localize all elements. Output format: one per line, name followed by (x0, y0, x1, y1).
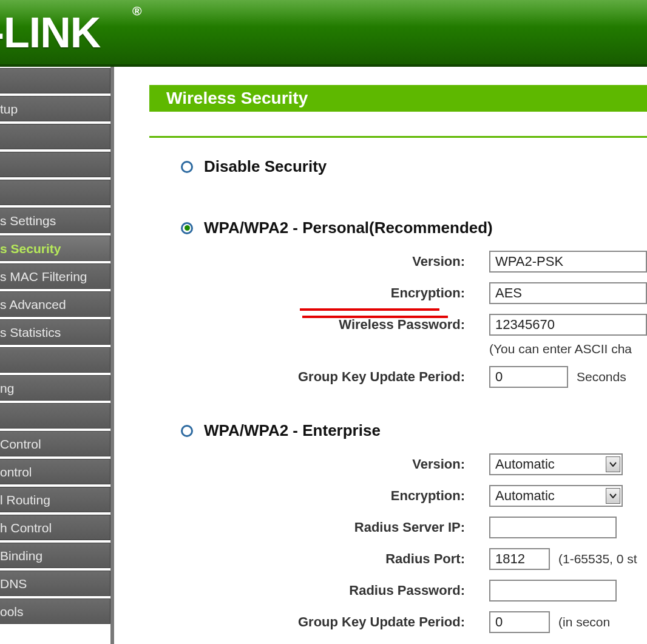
sidebar-item-label: Control (0, 432, 110, 456)
sidebar-item-8[interactable]: s Advanced (0, 291, 110, 317)
sidebar-item-7[interactable]: s MAC Filtering (0, 263, 110, 289)
main-content: Wireless Security Disable Security WPA/W… (114, 67, 647, 644)
option-enterprise-label: WPA/WPA2 - Enterprise (204, 421, 381, 440)
option-wpa-enterprise[interactable]: WPA/WPA2 - Enterprise (149, 421, 647, 440)
sidebar-item-label: s Statistics (0, 320, 110, 345)
sidebar-item-label: ontrol (0, 459, 110, 484)
select-ent-version-value: Automatic (495, 456, 555, 472)
sidebar-item-2 (0, 124, 110, 149)
label-version: Version: (149, 254, 489, 269)
sidebar-item-19[interactable]: ools (0, 598, 110, 624)
input-radius-password[interactable] (489, 580, 617, 602)
input-radius-ip[interactable] (489, 517, 617, 538)
label-ent-group-key: Group Key Update Period: (149, 614, 489, 630)
brand-reg: ® (132, 4, 141, 18)
sidebar-item-5[interactable]: s Settings (0, 208, 110, 233)
label-wireless-password: Wireless Password: (149, 317, 489, 333)
input-version[interactable] (489, 251, 647, 273)
unit-seconds: Seconds (577, 370, 626, 384)
label-radius-ip: Radius Server IP: (149, 520, 489, 535)
sidebar-item-16[interactable]: h Control (0, 515, 110, 540)
input-group-key[interactable] (489, 366, 568, 388)
option-personal-label: WPA/WPA2 - Personal(Recommended) (204, 219, 493, 237)
sidebar-item-label: h Control (0, 515, 110, 540)
sidebar-item-label: s MAC Filtering (0, 264, 110, 289)
sidebar: tups Settingss Securitys MAC Filterings … (0, 67, 114, 644)
label-radius-port: Radius Port: (149, 551, 489, 567)
main-layout: tups Settingss Securitys MAC Filterings … (0, 67, 647, 644)
enterprise-form: Version: Automatic Encryption: Automatic… (149, 453, 647, 633)
select-ent-encryption[interactable]: Automatic (489, 485, 623, 507)
sidebar-item-0 (0, 68, 110, 93)
option-disable-security[interactable]: Disable Security (149, 157, 647, 176)
divider (149, 136, 647, 138)
label-group-key: Group Key Update Period: (149, 369, 489, 385)
chevron-down-icon[interactable] (606, 456, 620, 472)
sidebar-item-4 (0, 180, 110, 205)
radio-disable[interactable] (181, 161, 193, 173)
sidebar-item-label: DNS (0, 571, 110, 596)
chevron-down-icon[interactable] (606, 488, 620, 504)
sidebar-item-label: s Settings (0, 208, 110, 233)
sidebar-item-17[interactable]: Binding (0, 543, 110, 568)
hint-radius-port: (1-65535, 0 st (558, 552, 637, 566)
radio-enterprise[interactable] (181, 425, 193, 437)
sidebar-item-label: ools (0, 599, 110, 624)
radio-personal[interactable] (181, 222, 193, 234)
input-ent-group-key[interactable] (489, 611, 550, 633)
sidebar-item-9[interactable]: s Statistics (0, 319, 110, 345)
label-ent-encryption: Encryption: (149, 488, 489, 504)
brand-logo: P-LINK (0, 8, 100, 57)
input-wireless-password[interactable] (489, 314, 647, 336)
page-title: Wireless Security (149, 85, 647, 112)
sidebar-item-12 (0, 403, 110, 429)
sidebar-item-15[interactable]: l Routing (0, 487, 110, 512)
label-radius-password: Radius Password: (149, 583, 489, 598)
sidebar-item-6[interactable]: s Security (0, 236, 110, 261)
sidebar-item-1[interactable]: tup (0, 96, 110, 121)
sidebar-item-10 (0, 347, 110, 373)
sidebar-item-11[interactable]: ng (0, 375, 110, 401)
select-ent-version[interactable]: Automatic (489, 453, 623, 475)
option-wpa-personal[interactable]: WPA/WPA2 - Personal(Recommended) (149, 219, 647, 237)
personal-form: Version: Encryption: Wireless Password: … (149, 251, 647, 388)
select-ent-encryption-value: Automatic (495, 488, 555, 504)
header-banner: P-LINK ® (0, 0, 647, 67)
hint-ent-gkey: (in secon (558, 615, 610, 629)
sidebar-item-label: s Security (0, 236, 110, 261)
sidebar-item-label: Binding (0, 543, 110, 568)
label-encryption: Encryption: (149, 285, 489, 301)
sidebar-item-3 (0, 152, 110, 177)
sidebar-item-14[interactable]: ontrol (0, 459, 110, 484)
sidebar-item-18[interactable]: DNS (0, 571, 110, 596)
sidebar-item-13[interactable]: Control (0, 431, 110, 456)
sidebar-item-label: l Routing (0, 487, 110, 512)
sidebar-item-label: tup (0, 97, 110, 121)
sidebar-item-label: s Advanced (0, 292, 110, 317)
input-radius-port[interactable] (489, 548, 550, 570)
label-ent-version: Version: (149, 456, 489, 472)
input-encryption[interactable] (489, 282, 647, 304)
option-disable-label: Disable Security (204, 157, 327, 176)
hint-password: (You can enter ASCII cha (489, 342, 647, 356)
sidebar-item-label: ng (0, 376, 110, 401)
